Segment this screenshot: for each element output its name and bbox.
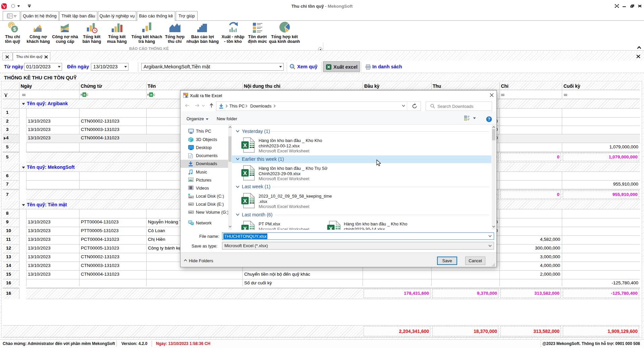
svg-text:X: X (329, 226, 333, 230)
svg-text:X: X (243, 226, 247, 230)
svg-text:?: ? (488, 117, 490, 122)
svg-text:$: $ (13, 26, 16, 32)
svg-text:X: X (243, 170, 247, 177)
svg-text:X: X (243, 142, 247, 149)
svg-text:X: X (243, 198, 247, 204)
